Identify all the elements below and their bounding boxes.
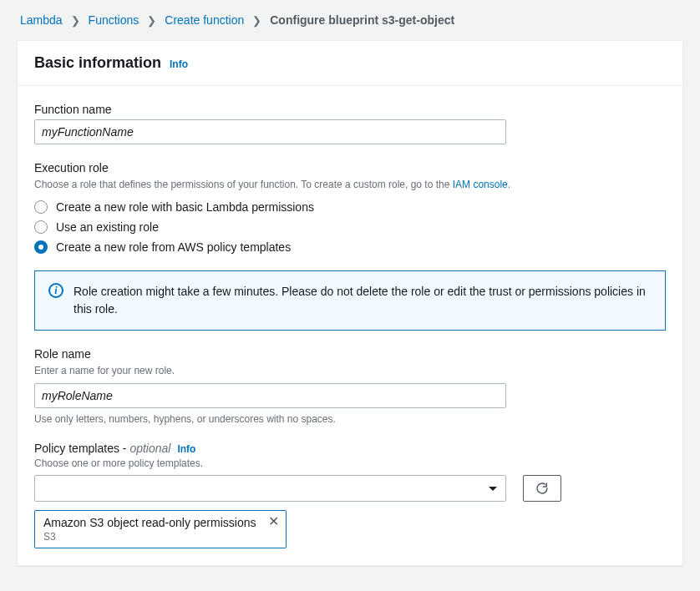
function-name-group: Function name [34,103,666,144]
execution-role-label: Execution role [34,161,666,174]
policy-templates-description: Choose one or more policy templates. [34,457,666,471]
radio-existing-role[interactable]: Use an existing role [34,220,666,234]
role-name-group: Role name Enter a name for your new role… [34,347,666,425]
policy-templates-info-link[interactable]: Info [177,443,195,455]
alert-text: Role creation might take a few minutes. … [74,283,652,318]
radio-label: Create a new role from AWS policy templa… [56,240,291,254]
radio-label: Use an existing role [56,220,159,234]
chevron-right-icon: ❯ [71,14,80,27]
execution-role-description: Choose a role that defines the permissio… [34,178,666,192]
policy-templates-label: Policy templates - [34,442,129,455]
radio-icon [34,240,48,254]
chevron-right-icon: ❯ [252,14,261,27]
refresh-icon [535,482,549,495]
panel-header: Basic information Info [18,41,682,86]
caret-down-icon [489,487,497,491]
info-link[interactable]: Info [170,58,188,70]
role-creation-alert: i Role creation might take a few minutes… [34,270,666,331]
radio-label: Create a new role with basic Lambda perm… [56,200,314,214]
radio-basic-permissions[interactable]: Create a new role with basic Lambda perm… [34,200,666,214]
function-name-input[interactable] [34,119,506,144]
breadcrumb-functions[interactable]: Functions [89,13,139,27]
execution-role-radio-list: Create a new role with basic Lambda perm… [34,200,666,254]
chevron-right-icon: ❯ [147,14,156,27]
policy-template-token: Amazon S3 object read-only permissions S… [34,510,287,548]
remove-token-button[interactable]: ✕ [268,515,279,528]
token-subtitle: S3 [43,531,256,543]
breadcrumb-lambda[interactable]: Lambda [20,13,63,27]
breadcrumb-current: Configure blueprint s3-get-object [270,13,454,27]
refresh-button[interactable] [523,475,561,502]
breadcrumb: Lambda ❯ Functions ❯ Create function ❯ C… [17,10,683,40]
function-name-label: Function name [34,103,666,116]
execution-role-group: Execution role Choose a role that define… [34,161,666,254]
radio-icon [34,200,48,214]
iam-console-link[interactable]: IAM console [453,179,508,190]
info-icon: i [48,283,63,298]
optional-text: optional [129,442,170,455]
panel-title: Basic information [34,54,161,72]
radio-policy-templates[interactable]: Create a new role from AWS policy templa… [34,240,666,254]
role-name-input[interactable] [34,383,506,408]
close-icon: ✕ [268,514,279,528]
breadcrumb-create-function[interactable]: Create function [165,13,244,27]
role-name-description: Enter a name for your new role. [34,364,666,378]
token-title: Amazon S3 object read-only permissions [43,516,256,529]
role-name-constraint: Use only letters, numbers, hyphens, or u… [34,413,666,425]
policy-templates-group: Policy templates - optional Info Choose … [34,442,666,549]
role-name-label: Role name [34,347,666,361]
radio-icon [34,220,48,234]
policy-templates-select[interactable] [34,475,506,502]
basic-information-panel: Basic information Info Function name Exe… [17,40,683,566]
